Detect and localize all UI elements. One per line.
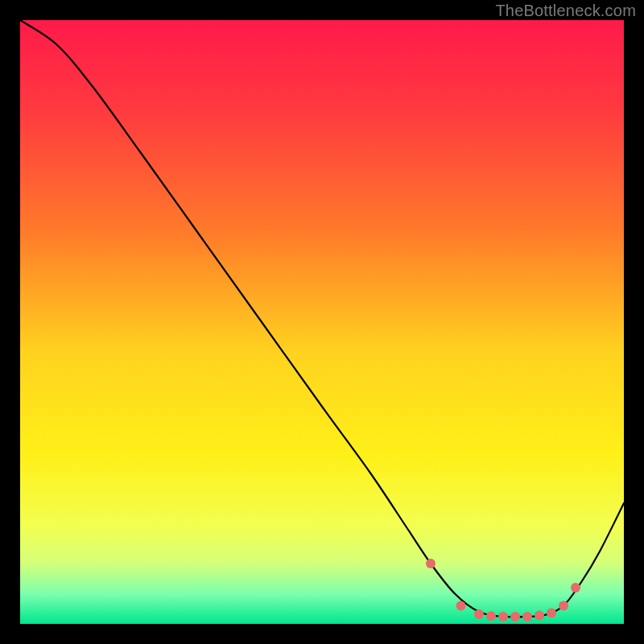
marker-dot bbox=[498, 612, 508, 621]
marker-dot bbox=[486, 611, 496, 621]
marker-dot bbox=[535, 611, 544, 621]
marker-dot bbox=[510, 612, 520, 621]
marker-dot bbox=[547, 609, 556, 618]
marker-dot bbox=[559, 601, 568, 611]
marker-dot bbox=[456, 601, 466, 611]
attribution-text: TheBottleneck.com bbox=[495, 2, 636, 20]
marker-dot bbox=[522, 612, 532, 621]
bottleneck-chart bbox=[20, 20, 624, 624]
marker-dot bbox=[426, 559, 436, 568]
marker-dot bbox=[571, 583, 580, 592]
marker-dot bbox=[474, 609, 484, 619]
